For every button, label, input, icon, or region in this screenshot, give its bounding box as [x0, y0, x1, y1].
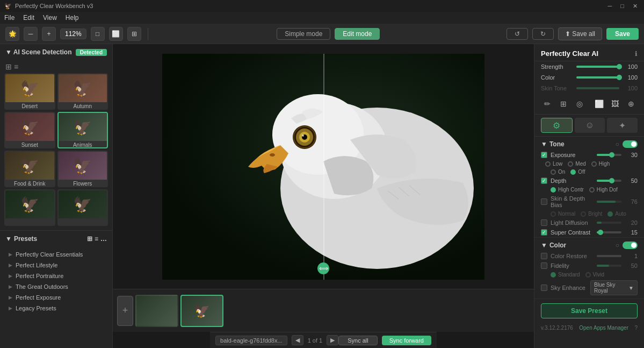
presets-grid-icon[interactable]: ⊞: [87, 235, 92, 243]
presets-title-group[interactable]: ▼ Presets: [5, 235, 37, 243]
view-split-button[interactable]: ⬜: [109, 27, 123, 41]
save-button[interactable]: Save: [606, 28, 639, 40]
scene-item-extra[interactable]: 🦅: [57, 189, 108, 226]
view-grid-button[interactable]: ⊞: [127, 27, 141, 41]
save-all-button[interactable]: ⬆ Save all: [558, 27, 602, 40]
minimize-button[interactable]: ─: [606, 3, 614, 10]
face-aware-off[interactable]: Off: [570, 169, 585, 175]
depth-track[interactable]: [597, 180, 621, 182]
scene-item-food[interactable]: 🦅 Food & Drink: [4, 151, 55, 187]
face-aware-off-radio[interactable]: [570, 169, 576, 175]
face-aware-on-radio[interactable]: [551, 169, 556, 175]
compare-tool-button[interactable]: ⬜: [592, 97, 605, 111]
sky-enhance-dropdown[interactable]: Blue Sky Royal ▼: [590, 280, 638, 295]
scene-item-dark[interactable]: 🦅: [4, 189, 55, 226]
open-apps-link[interactable]: Open Apps Manager: [579, 325, 628, 331]
compare-icon[interactable]: ⟺: [317, 262, 329, 274]
strength-track[interactable]: [576, 66, 619, 68]
fidelity-checkbox[interactable]: [541, 262, 547, 269]
maximize-button[interactable]: □: [618, 3, 626, 10]
eye-tool-button[interactable]: ◎: [573, 97, 586, 111]
preset-item-exposure[interactable]: ▶ Perfect Exposure: [0, 292, 112, 303]
sky-enhance-checkbox[interactable]: [541, 285, 547, 291]
info-icon[interactable]: ℹ: [635, 50, 638, 58]
color-restore-checkbox[interactable]: [541, 253, 547, 259]
depth-high-contr-radio[interactable]: [551, 187, 556, 193]
face-aware-high[interactable]: High: [591, 161, 610, 167]
tone-toggle[interactable]: [623, 140, 638, 148]
ai-scene-header[interactable]: ▼ AI Scene Detection Detected: [0, 44, 112, 60]
view-tool-button[interactable]: 🖼: [609, 97, 621, 111]
exposure-checkbox[interactable]: ✓: [541, 152, 547, 158]
depth-thumb[interactable]: [609, 178, 614, 183]
presets-list-icon[interactable]: ≡: [95, 235, 98, 243]
save-preset-button[interactable]: Save Preset: [541, 303, 638, 318]
close-button[interactable]: ✕: [631, 3, 640, 10]
color-circle-icon[interactable]: ○: [616, 242, 619, 249]
skin-depth-auto-radio[interactable]: [607, 211, 613, 217]
tab-face[interactable]: ☺: [575, 118, 605, 133]
color-thumb[interactable]: [617, 75, 622, 80]
light-diffusion-checkbox[interactable]: [541, 219, 547, 226]
face-aware-med-radio[interactable]: [568, 161, 573, 167]
fidelity-vivid[interactable]: Vivid: [585, 272, 605, 278]
face-aware-on[interactable]: On: [551, 169, 565, 175]
face-aware-med[interactable]: Med: [568, 161, 585, 167]
skin-depth-auto[interactable]: Auto: [607, 211, 626, 217]
edit-mode-button[interactable]: Edit mode: [335, 28, 380, 40]
skin-depth-bright[interactable]: Bright: [581, 211, 602, 217]
menu-edit[interactable]: Edit: [23, 14, 34, 22]
app-logo-button[interactable]: 🌟: [5, 27, 19, 41]
scene-item-flowers[interactable]: 🦅 Flowers: [57, 151, 108, 187]
scene-item-desert[interactable]: 🦅 Desert: [4, 73, 55, 110]
film-thumb-2[interactable]: 🦅: [180, 295, 223, 327]
fidelity-vivid-radio[interactable]: [585, 272, 591, 278]
titlebar-controls[interactable]: ─ □ ✕: [606, 3, 640, 10]
exposure-thumb[interactable]: [609, 152, 614, 158]
help-icon[interactable]: ?: [634, 325, 638, 331]
tab-adjustments[interactable]: ⚙: [541, 118, 573, 133]
depth-high-contr[interactable]: High Contr: [551, 187, 584, 193]
menu-file[interactable]: File: [4, 14, 15, 22]
more-tool-button[interactable]: ⊕: [625, 97, 638, 111]
face-aware-low[interactable]: Low: [545, 161, 562, 167]
zoom-out-button[interactable]: ─: [24, 27, 38, 41]
depth-high-dof[interactable]: High Dof: [589, 187, 618, 193]
face-aware-low-radio[interactable]: [545, 161, 551, 167]
preset-item-portraiture[interactable]: ▶ Perfect Portraiture: [0, 271, 112, 281]
skin-depth-normal-radio[interactable]: [551, 211, 556, 217]
super-contrast-track[interactable]: [597, 231, 621, 233]
film-thumb-1[interactable]: [135, 295, 178, 327]
sync-forward-button[interactable]: Sync forward: [382, 336, 431, 345]
scene-list-view[interactable]: ≡: [14, 62, 18, 71]
redo-button[interactable]: ↻: [532, 28, 554, 40]
preset-item-lifestyle[interactable]: ▶ Perfect Lifestyle: [0, 260, 112, 271]
menu-view[interactable]: View: [43, 14, 57, 22]
color-section-header[interactable]: ▼ Color ○: [534, 238, 644, 251]
color-track[interactable]: [576, 76, 619, 79]
super-contrast-thumb[interactable]: [598, 230, 603, 235]
add-photo-button[interactable]: +: [117, 296, 133, 326]
scene-item-autumn[interactable]: 🦅 Autumn: [57, 73, 108, 110]
fidelity-standard[interactable]: Standard: [551, 272, 580, 278]
scene-grid-view[interactable]: ⊞: [5, 62, 12, 71]
preset-item-legacy[interactable]: ▶ Legacy Presets: [0, 303, 112, 314]
nav-next-button[interactable]: ▶: [327, 335, 338, 345]
view-single-button[interactable]: □: [91, 27, 105, 41]
undo-button[interactable]: ↺: [506, 28, 528, 40]
scene-item-animals[interactable]: 🦅 Animals: [57, 112, 108, 148]
edit-tool-button[interactable]: ✏: [541, 97, 554, 111]
depth-high-dof-radio[interactable]: [589, 187, 595, 193]
skin-depth-normal[interactable]: Normal: [551, 211, 575, 217]
sync-all-button[interactable]: Sync all: [338, 336, 378, 345]
zoom-in-button[interactable]: +: [42, 27, 56, 41]
super-contrast-checkbox[interactable]: ✓: [541, 229, 547, 236]
scene-item-sunset[interactable]: 🦅 Sunset: [4, 112, 55, 148]
menu-help[interactable]: Help: [66, 14, 79, 22]
presets-more-icon[interactable]: …: [100, 235, 107, 243]
crop-tool-button[interactable]: ⊞: [557, 97, 570, 111]
tab-effects[interactable]: ✦: [607, 118, 638, 133]
fidelity-standard-radio[interactable]: [551, 272, 556, 278]
tone-circle-icon[interactable]: ○: [616, 140, 619, 148]
nav-prev-button[interactable]: ◀: [292, 335, 303, 345]
